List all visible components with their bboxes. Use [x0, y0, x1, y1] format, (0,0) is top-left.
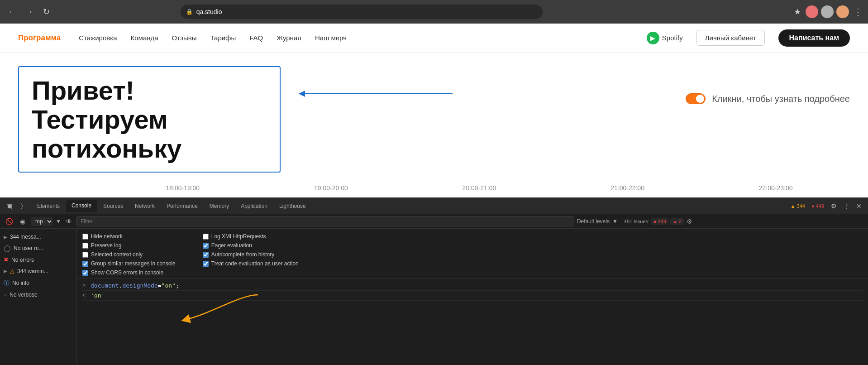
- messages-label: 344 messa...: [10, 234, 41, 240]
- back-button[interactable]: ←: [5, 5, 18, 18]
- treat-code-checkbox[interactable]: [203, 261, 209, 267]
- time-slot-2: 19:00-20:00: [257, 182, 405, 194]
- issues-err-badge: ● 449: [651, 218, 668, 225]
- setting-selected-context[interactable]: Selected context only: [82, 251, 176, 258]
- setting-group-similar[interactable]: Group similar messages in console: [82, 260, 176, 267]
- toggle-switch[interactable]: [686, 93, 706, 104]
- browser-menu-icon[interactable]: ⋮: [854, 6, 863, 17]
- devtools-icons-right: ▲ 344 ● 449 ⚙ ⋮ ✕: [788, 201, 864, 211]
- expand-icon: ▶: [4, 235, 7, 240]
- setting-cors-errors[interactable]: Show CORS errors in console: [82, 269, 176, 276]
- filter-input[interactable]: [76, 216, 574, 226]
- tab-lighthouse[interactable]: Lighthouse: [274, 200, 311, 212]
- devtools-settings-icon[interactable]: ⚙: [828, 201, 839, 211]
- hero-title-line1: Привет! Тестируем: [32, 76, 168, 134]
- nav-link-stazh[interactable]: Стажировка: [79, 34, 117, 42]
- error-icon: ✖: [4, 256, 9, 263]
- setting-log-xml[interactable]: Log XMLHttpRequests: [203, 233, 299, 240]
- tab-network[interactable]: Network: [129, 200, 160, 212]
- nav-link-komanda[interactable]: Команда: [130, 34, 158, 42]
- chevron-down-icon[interactable]: ▼: [56, 218, 61, 225]
- hide-network-label: Hide network: [91, 233, 123, 240]
- console-toolbar: 🚫 ◉ top ▼ 👁 Default levels ▼ 451 Issues:…: [0, 214, 868, 229]
- website-content: Программа Стажировка Команда Отзывы Тари…: [0, 24, 868, 197]
- toggle-knob: [696, 95, 704, 103]
- info-icon: ⓘ: [4, 279, 10, 287]
- setting-hide-network[interactable]: Hide network: [82, 233, 176, 240]
- console-input-code: document.designMode="on";: [91, 282, 179, 289]
- selected-context-checkbox[interactable]: [82, 252, 88, 258]
- main-nav: Программа Стажировка Команда Отзывы Тари…: [0, 24, 868, 53]
- eager-label: Eager evaluation: [211, 242, 252, 249]
- day-slot-3: [479, 196, 665, 197]
- group-similar-checkbox[interactable]: [82, 261, 88, 267]
- sidebar-info[interactable]: ⓘ No info: [0, 277, 76, 289]
- nav-link-faq[interactable]: FAQ: [249, 34, 263, 42]
- console-line-2[interactable]: < 'on': [82, 291, 863, 301]
- console-gear-icon[interactable]: ⚙: [687, 218, 692, 225]
- devtools-more-icon[interactable]: ⋮: [841, 201, 852, 211]
- profile-icons: [806, 5, 849, 18]
- forward-button[interactable]: →: [23, 5, 35, 18]
- tab-console[interactable]: Console: [66, 200, 97, 212]
- input-prompt: >: [82, 282, 88, 288]
- console-line-1[interactable]: > document.designMode="on";: [82, 281, 863, 291]
- nav-link-tarify[interactable]: Тарифы: [210, 34, 236, 42]
- nav-link-zhurnal[interactable]: Журнал: [277, 34, 301, 42]
- context-select[interactable]: top: [31, 217, 53, 226]
- sidebar-errors[interactable]: ✖ No errors: [0, 254, 76, 265]
- issues-label: 451 Issues:: [624, 219, 649, 224]
- nav-link-otzyvy[interactable]: Отзывы: [172, 34, 197, 42]
- devtools-close-icon[interactable]: ✕: [854, 201, 864, 211]
- setting-eager[interactable]: Eager evaluation: [203, 242, 299, 249]
- sidebar-verbose[interactable]: ○ No verbose: [0, 289, 76, 300]
- tab-performance[interactable]: Performance: [161, 200, 203, 212]
- sidebar-warnings[interactable]: ▶ △ 344 warnin...: [0, 265, 76, 277]
- devtools-device-icon[interactable]: 〉: [16, 201, 27, 211]
- day-slot-2: Продлёнка или доклад: [294, 196, 480, 197]
- devtools-inspect-icon[interactable]: ▣: [4, 201, 14, 211]
- filter-icon[interactable]: ◉: [17, 216, 28, 227]
- sidebar-user[interactable]: ◯ No user m...: [0, 242, 76, 254]
- setting-treat-code[interactable]: Treat code evaluation as user action: [203, 260, 299, 267]
- clear-console-icon[interactable]: 🚫: [4, 216, 14, 227]
- tab-sources[interactable]: Sources: [98, 200, 129, 212]
- cabinet-button[interactable]: Личный кабинет: [696, 30, 765, 46]
- nav-link-merch[interactable]: Наш мерч: [315, 34, 347, 42]
- time-slot-1: 18:00-19:00: [109, 182, 257, 194]
- result-prompt: <: [82, 292, 88, 298]
- eager-checkbox[interactable]: [203, 243, 209, 249]
- default-levels-chevron[interactable]: ▼: [612, 218, 618, 225]
- hero-section: Привет! Тестируем потихоньку Кликни, что…: [0, 53, 868, 173]
- user-label: No user m...: [14, 245, 43, 251]
- time-slot-3: 20:00-21:00: [405, 182, 553, 194]
- tab-elements[interactable]: Elements: [32, 200, 65, 212]
- eye-icon[interactable]: 👁: [64, 217, 74, 226]
- nav-logo[interactable]: Программа: [18, 34, 61, 43]
- bookmark-icon[interactable]: ★: [794, 7, 801, 17]
- log-xml-checkbox[interactable]: [203, 234, 209, 240]
- setting-preserve-log[interactable]: Preserve log: [82, 242, 176, 249]
- profile-avatar-3: [836, 5, 849, 18]
- spotify-label: Spotify: [662, 34, 683, 42]
- errors-label: No errors: [11, 257, 34, 263]
- autocomplete-checkbox[interactable]: [203, 252, 209, 258]
- write-button[interactable]: Написать нам: [778, 29, 850, 47]
- preserve-log-checkbox[interactable]: [82, 243, 88, 249]
- day-row: Понедельник Продлёнка или доклад: [0, 196, 868, 197]
- address-bar[interactable]: 🔒 qa.studio: [181, 5, 543, 19]
- toggle-area: Кликни, чтобы узнать подробнее: [686, 93, 850, 104]
- tab-application[interactable]: Application: [235, 200, 273, 212]
- setting-autocomplete[interactable]: Autocomplete from history: [203, 251, 299, 258]
- sidebar-messages[interactable]: ▶ 344 messa...: [0, 231, 76, 242]
- settings-col-2: Log XMLHttpRequests Eager evaluation Aut…: [203, 233, 299, 276]
- reload-button[interactable]: ↻: [40, 5, 52, 18]
- warnings-label: 344 warnin...: [17, 268, 48, 274]
- arrow-line: [299, 93, 453, 94]
- tab-memory[interactable]: Memory: [204, 200, 234, 212]
- time-slot-5: 22:00-23:00: [701, 182, 850, 194]
- settings-col-1: Hide network Preserve log Selected conte…: [82, 233, 176, 276]
- browser-chrome: ← → ↻ 🔒 qa.studio ★ ⋮: [0, 0, 868, 24]
- cors-errors-checkbox[interactable]: [82, 270, 88, 276]
- hide-network-checkbox[interactable]: [82, 234, 88, 240]
